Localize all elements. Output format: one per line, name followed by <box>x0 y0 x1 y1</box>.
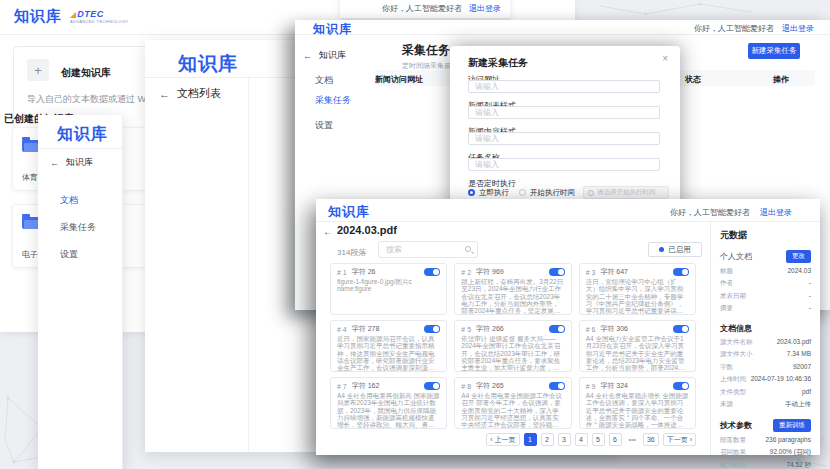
paragraph-card[interactable]: # 4字符 278 近日，国家能源局召开会议，认真学习贯彻习近平总书记重要指示精… <box>330 320 447 372</box>
radio-run-later[interactable] <box>519 189 526 196</box>
paragraph-card[interactable]: # 2字符 969 踏上新征程，奋楫再出发。3月22日至23日，2024年全国电… <box>454 263 571 315</box>
meta-label: 标题 <box>720 267 733 276</box>
plus-icon: + <box>27 59 49 81</box>
enable-toggle[interactable] <box>673 268 689 276</box>
paragraph-card[interactable]: # 7字符 162 A4 全社会用电量再创新高 国家能源局发布2023年全国电力… <box>330 377 447 429</box>
enabled-dot-icon <box>659 247 664 252</box>
radio-run-later-label: 开始执行时间 <box>530 188 575 198</box>
meta-value: - <box>809 279 811 286</box>
logout-link[interactable]: 退出登录 <box>760 207 792 218</box>
metadata-panel: 元数据 个人文档 更改 标题2024.03 作者- 发表日期- 摘要- 文档信息… <box>710 222 820 455</box>
search-input[interactable] <box>379 242 461 257</box>
column-header-url: 新闻访问网址 <box>375 74 423 85</box>
back-kb[interactable]: ← 知识库 <box>50 156 93 169</box>
edit-metadata-button[interactable]: 更改 <box>786 250 811 263</box>
char-count: 字符 324 <box>600 381 628 391</box>
sidebar-item-settings[interactable]: 设置 <box>315 119 333 132</box>
topbar-user-area: 你好，人工智能爱好者 退出登录 <box>694 23 814 34</box>
list-style-input[interactable] <box>468 106 660 119</box>
kb-card-name: 体育 <box>22 172 38 183</box>
sidebar-item-settings[interactable]: 设置 <box>60 248 78 261</box>
app-logo-text: 知识库 <box>313 21 352 38</box>
back-label: 知识库 <box>66 156 93 169</box>
enable-toggle[interactable] <box>549 325 565 333</box>
enable-toggle[interactable] <box>549 382 565 390</box>
back-arrow-icon[interactable]: ← <box>50 158 59 168</box>
pagination-ellipsis[interactable]: ••• <box>626 433 639 446</box>
app-logo-text: 知识库 <box>57 124 108 145</box>
paragraph-card[interactable]: # 8字符 265 A4 全社会用电量全国能源工作会议召开 部署今年工作，会议强… <box>454 377 571 429</box>
paragraph-index: # 4 <box>337 326 347 333</box>
pagination-page-last[interactable]: 36 <box>643 433 659 446</box>
meta-label: 字数 <box>720 363 733 372</box>
enable-toggle[interactable] <box>424 268 440 276</box>
pagination-prev[interactable]: ‹ 上一页 <box>486 433 519 446</box>
page-title: 采集任务 <box>402 42 450 59</box>
task-name-input[interactable] <box>468 158 660 171</box>
paragraph-text: 踏上新征程，奋楫再出发。3月22日至23日，2024年全国电力行业工作会议在北京… <box>461 278 564 314</box>
paragraph-card[interactable]: # 3字符 647 连日，党组理论学习中心组（扩大）组织集中学习，深入学习贯彻党… <box>579 263 696 315</box>
content-style-input[interactable] <box>468 132 660 145</box>
back-arrow-icon[interactable]: ← <box>323 226 333 237</box>
enable-toggle[interactable] <box>549 268 565 276</box>
sidebar-item-collect-tasks[interactable]: 采集任务 <box>315 94 351 107</box>
radio-run-now[interactable] <box>468 189 475 196</box>
pagination-page-1[interactable]: 1 <box>524 433 537 446</box>
paragraph-text: A4 全社会用电量全国能源工作会议召开 部署今年工作，会议强调，要全面贯彻党的二… <box>461 392 564 428</box>
paragraph-card[interactable]: # 1字符 26 figure-1-figure-0.jpg/图片c name:… <box>330 263 447 315</box>
sidebar-item-docs[interactable]: 文档 <box>60 194 78 207</box>
user-greeting: 你好，人工智能爱好者 <box>382 3 462 14</box>
back-label: 文档列表 <box>177 86 221 101</box>
enable-toggle[interactable] <box>673 382 689 390</box>
pagination-page-6[interactable]: 6 <box>609 433 622 446</box>
paragraph-text: figure-1-figure-0.jpg/图片c name:figure <box>337 278 440 293</box>
close-icon[interactable]: × <box>662 53 668 64</box>
paragraph-card[interactable]: # 5字符 266 依法审计 提级监督 服务大局——2024年全国审计工作会议在… <box>454 320 571 372</box>
search-box <box>378 241 478 258</box>
paragraph-text: A4 全国电力安全监管工作会议于1月23日在京召开，会议深入学习贯彻习近平总书记… <box>586 335 689 371</box>
pagination-page-5[interactable]: 5 <box>592 433 605 446</box>
clock-icon <box>588 190 594 196</box>
app-header: 知识库 ◢ DTEC ADVANCED TECHNOLOGY <box>14 7 129 26</box>
back-arrow-icon[interactable]: ← <box>303 51 312 61</box>
meta-value: - <box>809 292 811 299</box>
logout-link[interactable]: 退出登录 <box>469 3 501 14</box>
paragraph-card[interactable]: # 6字符 306 A4 全国电力安全监管工作会议于1月23日在京召开，会议深入… <box>579 320 696 372</box>
app-logo-text: 知识库 <box>328 203 370 221</box>
doc-info-title: 文档信息 <box>720 323 752 334</box>
paragraph-card[interactable]: # 9字符 324 A4 全社会发电量稳步增长 全国能源工作会议强调，要深入学习… <box>579 377 696 429</box>
meta-label: 召回效果 <box>720 448 746 457</box>
meta-label: 源文件名称 <box>720 338 753 347</box>
back-kb[interactable]: ← 知识库 <box>303 49 346 62</box>
pagination-page-4[interactable]: 4 <box>575 433 588 446</box>
back-doc-list[interactable]: ← 文档列表 <box>159 86 221 101</box>
enable-toggle[interactable] <box>673 325 689 333</box>
search-icon <box>465 246 471 252</box>
pagination-page-2[interactable]: 2 <box>541 433 554 446</box>
meta-label: 段落数量 <box>720 436 746 445</box>
paragraph-text: A4 全社会发电量稳步增长 全国能源工作会议强调，要深入学习贯彻习近平总书记关于… <box>586 392 689 428</box>
enable-toggle[interactable] <box>424 325 440 333</box>
sidebar-item-docs[interactable]: 文档 <box>315 74 333 87</box>
app-logo-text: 知识库 <box>14 7 62 26</box>
new-task-button[interactable]: 新建采集任务 <box>748 43 800 59</box>
sidebar-item-collect-tasks[interactable]: 采集任务 <box>60 221 96 234</box>
enabled-filter-button[interactable]: 已启用 <box>648 242 702 257</box>
sidebar-divider <box>248 77 249 452</box>
adtec-logo-mark-icon: ◢ <box>70 11 76 19</box>
pagination-next[interactable]: 下一页 › <box>663 433 696 446</box>
header-divider <box>38 148 122 149</box>
char-count: 字符 647 <box>600 267 628 277</box>
start-time-picker[interactable]: 请选择开始执行时间 <box>583 186 669 199</box>
logout-link[interactable]: 退出登录 <box>782 23 814 34</box>
meta-label: 作者 <box>720 279 733 288</box>
back-arrow-icon[interactable]: ← <box>159 88 170 100</box>
url-input[interactable] <box>468 80 660 93</box>
retrain-button[interactable]: 重新训练 <box>773 419 811 432</box>
back-label: 知识库 <box>319 49 346 62</box>
document-title: 2024.03.pdf <box>337 224 397 236</box>
paragraph-count: 314段落 <box>337 247 366 258</box>
char-count: 字符 265 <box>476 381 504 391</box>
enable-toggle[interactable] <box>424 382 440 390</box>
pagination-page-3[interactable]: 3 <box>558 433 571 446</box>
